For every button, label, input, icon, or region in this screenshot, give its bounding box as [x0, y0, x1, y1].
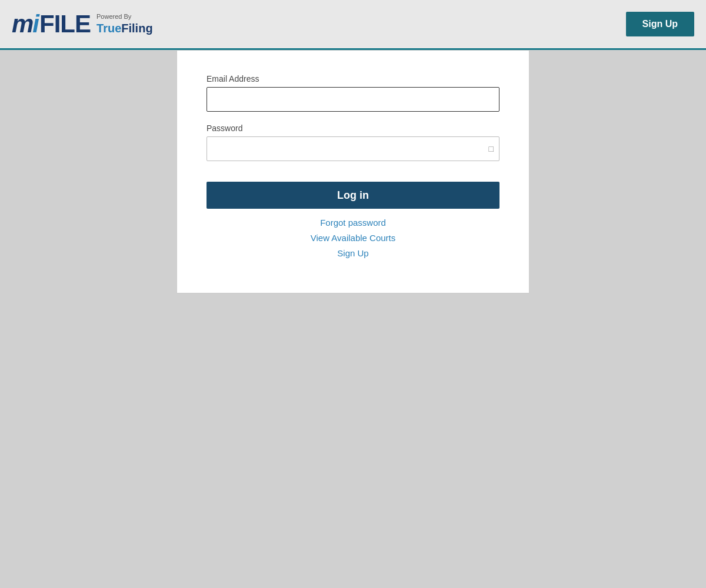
- password-label: Password: [207, 123, 499, 133]
- signup-link[interactable]: Sign Up: [337, 248, 368, 258]
- logo-mi: mi: [12, 12, 38, 36]
- logo-powered-by: Powered By TrueFiling: [96, 13, 153, 35]
- truefiling-text: TrueFiling: [96, 21, 153, 35]
- password-input[interactable]: [207, 136, 499, 161]
- email-field-group: Email Address: [207, 74, 499, 112]
- header: mi FILE Powered By TrueFiling Sign Up: [0, 0, 706, 50]
- header-signup-button[interactable]: Sign Up: [626, 12, 694, 36]
- password-wrapper: □: [207, 136, 499, 161]
- forgot-password-link[interactable]: Forgot password: [320, 218, 386, 228]
- powered-by-text: Powered By: [96, 13, 153, 21]
- toggle-password-icon[interactable]: □: [489, 144, 494, 153]
- password-field-group: Password □: [207, 123, 499, 161]
- signup-row: Sign Up: [207, 248, 499, 259]
- logo-file: FILE: [39, 12, 91, 36]
- login-button[interactable]: Log in: [207, 182, 499, 209]
- forgot-password-row: Forgot password: [207, 218, 499, 228]
- login-card: Email Address Password □ Log in Forgot p…: [176, 50, 530, 293]
- main-content: Email Address Password □ Log in Forgot p…: [0, 50, 706, 588]
- view-courts-row: View Available Courts: [207, 233, 499, 243]
- logo: mi FILE Powered By TrueFiling: [12, 12, 153, 36]
- email-input[interactable]: [207, 87, 499, 112]
- email-label: Email Address: [207, 74, 499, 83]
- view-courts-link[interactable]: View Available Courts: [311, 233, 396, 243]
